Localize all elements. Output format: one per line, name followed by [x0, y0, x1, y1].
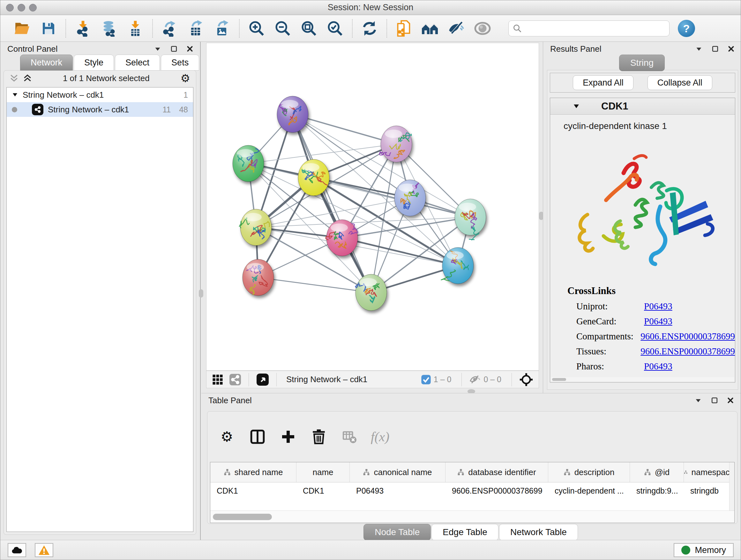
tissues-link[interactable]: 9606.ENSP00000378699 — [641, 346, 735, 357]
table-vscrollbar[interactable] — [729, 462, 734, 510]
export-table-button[interactable] — [183, 17, 209, 40]
network-view-button[interactable] — [226, 373, 244, 387]
float-panel-button[interactable] — [154, 47, 161, 51]
table-options-button[interactable]: ⚙ — [217, 427, 237, 447]
birds-eye-view-button[interactable] — [516, 373, 536, 387]
table-toolbar: ⚙ f(x) — [207, 412, 737, 462]
export-network-button[interactable] — [157, 17, 183, 40]
table-hscrollbar[interactable] — [210, 510, 734, 523]
column-header-shared-name[interactable]: shared name — [210, 462, 296, 482]
memory-button[interactable]: Memory — [674, 543, 734, 557]
show-columns-button[interactable] — [248, 427, 267, 447]
warnings-button[interactable] — [35, 543, 53, 557]
cloud-status-button[interactable] — [8, 543, 26, 557]
uniprot-link[interactable]: P06493 — [644, 301, 672, 312]
hidden-indicator[interactable]: 0 – 0 — [466, 373, 507, 387]
zoom-selected-button[interactable] — [322, 17, 348, 40]
results-panel: Results Panel String Expand All Collapse… — [543, 42, 741, 393]
import-table-button[interactable] — [122, 17, 148, 40]
table-row[interactable]: CDK1 CDK1 P06493 9606.ENSP00000378699 cy… — [210, 482, 734, 499]
search-input[interactable] — [522, 22, 665, 35]
control-panel-tabs: Network Style Select Sets — [20, 55, 200, 71]
tab-network[interactable]: Network — [20, 55, 73, 71]
pharos-link[interactable]: P06493 — [644, 361, 672, 372]
tab-select[interactable]: Select — [115, 55, 160, 71]
import-network-database-button[interactable] — [96, 17, 122, 40]
create-column-button[interactable] — [278, 427, 298, 447]
chevron-down-icon — [695, 47, 702, 51]
network-row[interactable]: String Network – cdk1 11 48 — [7, 102, 193, 117]
node-ccnb2 — [277, 96, 308, 132]
tab-network-table[interactable]: Network Table — [499, 524, 578, 541]
column-header-database-identifier[interactable]: database identifier — [446, 462, 548, 482]
grid-view-button[interactable] — [209, 373, 226, 387]
save-session-button[interactable] — [36, 17, 62, 40]
tab-string[interactable]: String — [619, 55, 665, 71]
network-view-title: String Network – cdk1 — [286, 374, 367, 384]
node-cdk1 — [298, 159, 329, 196]
float-panel-button[interactable] — [695, 47, 702, 51]
disclosure-triangle-icon — [12, 92, 18, 97]
column-header-description[interactable]: description — [548, 462, 630, 482]
maximize-panel-button[interactable] — [171, 46, 177, 52]
selected-indicator[interactable]: 1 – 0 — [418, 373, 457, 387]
help-button[interactable]: ? — [678, 20, 695, 37]
app-window: Session: New Session — [0, 0, 741, 560]
attribute-type-icon — [363, 469, 370, 476]
houses-icon — [421, 21, 439, 36]
column-header-canonical-name[interactable]: canonical name — [350, 462, 446, 482]
zoom-out-button[interactable] — [270, 17, 296, 40]
tab-node-table[interactable]: Node Table — [363, 524, 431, 541]
detach-view-button[interactable] — [253, 373, 272, 387]
refresh-layout-button[interactable] — [356, 17, 383, 40]
gene-section: CDK1 cyclin-dependent kinase 1 — [550, 98, 735, 382]
close-icon — [728, 46, 734, 52]
maximize-panel-button[interactable] — [711, 397, 718, 403]
tab-edge-table[interactable]: Edge Table — [431, 524, 498, 541]
share-network-icon — [34, 106, 42, 113]
float-panel-button[interactable] — [695, 398, 702, 403]
import-network-file-button[interactable] — [70, 17, 96, 40]
show-all-button[interactable] — [469, 17, 495, 40]
zoom-fit-button[interactable] — [296, 17, 322, 40]
close-window-button[interactable] — [6, 4, 14, 11]
function-builder-button[interactable]: f(x) — [370, 427, 390, 447]
genecard-link[interactable]: P06493 — [644, 316, 672, 327]
collapse-all-tree-button[interactable] — [10, 74, 18, 83]
expand-all-tree-button[interactable] — [23, 74, 32, 83]
minimize-window-button[interactable] — [17, 4, 25, 11]
delete-table-button[interactable] — [340, 427, 359, 447]
column-header-id[interactable]: @id — [630, 462, 684, 482]
close-panel-button[interactable] — [727, 397, 734, 403]
title-bar: Session: New Session — [0, 0, 741, 15]
hide-selected-button[interactable] — [443, 17, 469, 40]
expand-all-button[interactable]: Expand All — [573, 75, 633, 90]
results-hscrollbar[interactable] — [551, 377, 734, 381]
network-canvas[interactable]: CCNB2CCNA1CDC25BCDK1CDC6RB1CCNB1CCNA2CDK… — [206, 43, 539, 371]
zoom-in-button[interactable] — [244, 17, 270, 40]
maximize-panel-button[interactable] — [712, 46, 718, 52]
import-table-icon — [127, 20, 144, 37]
export-image-button[interactable] — [209, 17, 235, 40]
column-header-name[interactable]: name — [296, 462, 350, 482]
tab-sets[interactable]: Sets — [161, 55, 199, 71]
network-options-gear[interactable]: ⚙ — [181, 73, 190, 84]
left-splitter-handle[interactable] — [199, 289, 203, 298]
compartments-link[interactable]: 9606.ENSP00000378699 — [641, 331, 735, 341]
tab-style[interactable]: Style — [74, 55, 114, 71]
collapse-all-button[interactable]: Collapse All — [648, 75, 712, 90]
open-file-button[interactable] — [9, 17, 36, 40]
column-header-namespace[interactable]: namespace — [684, 462, 734, 482]
close-panel-button[interactable] — [728, 46, 734, 52]
zoom-window-button[interactable] — [29, 4, 37, 11]
gene-section-header[interactable]: CDK1 — [550, 98, 735, 115]
delete-column-button[interactable] — [309, 427, 329, 447]
network-collection-row[interactable]: String Network – cdk1 1 — [7, 87, 193, 102]
clone-network-button[interactable] — [391, 17, 417, 40]
footer-separator — [512, 373, 512, 386]
crosslink-row: Pharos:P06493 — [576, 361, 735, 372]
close-panel-button[interactable] — [187, 46, 193, 52]
first-neighbors-button[interactable] — [417, 17, 443, 40]
hscrollbar-thumb[interactable] — [213, 514, 272, 520]
crosslink-row: Compartments:9606.ENSP00000378699 — [576, 331, 735, 341]
